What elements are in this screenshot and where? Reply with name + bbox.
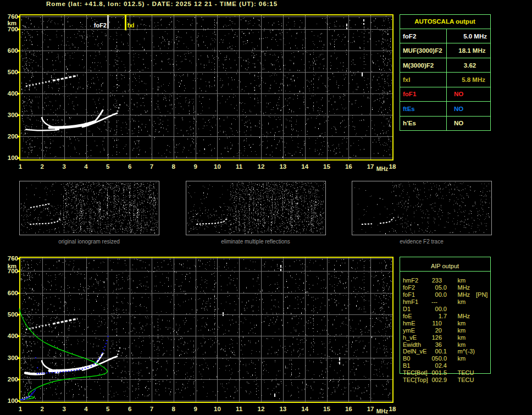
svg-text:NO: NO (454, 91, 463, 97)
svg-text:MHz: MHz (376, 165, 389, 172)
svg-text:ymE: ymE (403, 327, 415, 334)
svg-text:17: 17 (367, 163, 374, 170)
svg-text:126: 126 (432, 334, 442, 341)
svg-text:fxI: fxI (403, 76, 410, 83)
svg-text:10: 10 (214, 163, 221, 170)
svg-text:hmF2: hmF2 (403, 277, 418, 284)
svg-text:2: 2 (41, 406, 44, 412)
svg-text:6: 6 (128, 406, 131, 412)
svg-text:3: 3 (62, 163, 65, 170)
svg-text:foF2: foF2 (403, 284, 415, 291)
svg-text:foF1: foF1 (403, 291, 415, 298)
svg-text:M(3000)F2: M(3000)F2 (403, 62, 434, 69)
svg-text:foE: foE (403, 313, 412, 319)
svg-text:20: 20 (435, 327, 442, 334)
svg-text:15: 15 (323, 406, 330, 412)
svg-text:TECU: TECU (458, 369, 474, 376)
svg-text:760: 760 (8, 13, 18, 20)
svg-text:evidence F2 trace: evidence F2 trace (400, 239, 444, 245)
svg-text:1: 1 (19, 163, 23, 170)
svg-text:m^(-3): m^(-3) (458, 348, 475, 355)
svg-text:500: 500 (8, 311, 18, 318)
svg-text:km: km (458, 327, 466, 334)
svg-text:fxI: fxI (128, 22, 135, 29)
svg-text:NO: NO (454, 106, 463, 112)
svg-text:hmE: hmE (403, 320, 415, 327)
svg-text:233: 233 (432, 277, 442, 284)
svg-text:km: km (7, 20, 16, 26)
svg-text:ftEs: ftEs (403, 106, 415, 112)
svg-text:100: 100 (8, 397, 18, 404)
svg-text:1: 1 (19, 406, 23, 412)
svg-text:4: 4 (84, 163, 88, 170)
svg-text:600: 600 (8, 290, 18, 296)
svg-text:DelN_vE: DelN_vE (403, 348, 426, 355)
svg-text:9: 9 (193, 406, 197, 412)
svg-text:1.7: 1.7 (439, 313, 447, 319)
svg-text:D1: D1 (403, 306, 411, 312)
svg-text:9: 9 (193, 163, 197, 170)
svg-text:300: 300 (8, 112, 18, 118)
svg-text:500: 500 (8, 69, 18, 75)
svg-text:[PN]: [PN] (476, 291, 487, 298)
svg-text:760: 760 (8, 255, 18, 262)
svg-text:NO: NO (454, 120, 463, 126)
svg-text:02.4: 02.4 (435, 362, 447, 369)
svg-text:km: km (7, 263, 16, 269)
svg-text:100: 100 (8, 154, 18, 161)
svg-text:TECU: TECU (458, 377, 474, 383)
svg-text:5.0 MHz: 5.0 MHz (463, 33, 487, 40)
svg-text:3.62: 3.62 (464, 62, 476, 69)
svg-text:14: 14 (301, 163, 308, 170)
svg-text:18: 18 (389, 406, 396, 412)
svg-text:11: 11 (236, 406, 243, 412)
svg-text:12: 12 (258, 406, 265, 412)
svg-text:MUF(3000)F2: MUF(3000)F2 (403, 47, 442, 54)
svg-text:15: 15 (323, 163, 330, 170)
svg-text:original ionogram resized: original ionogram resized (58, 239, 120, 245)
svg-text:10: 10 (214, 406, 221, 412)
svg-text:h_vE: h_vE (403, 334, 417, 341)
svg-text:8: 8 (171, 163, 175, 170)
svg-text:18.1 MHz: 18.1 MHz (458, 47, 485, 54)
svg-text:7: 7 (150, 163, 153, 170)
svg-text:700: 700 (8, 26, 18, 32)
svg-text:8: 8 (171, 406, 175, 412)
svg-text:MHz: MHz (458, 291, 470, 298)
svg-text:5.8 MHz: 5.8 MHz (462, 76, 485, 83)
svg-text:AIP output: AIP output (431, 263, 459, 269)
svg-text:km: km (458, 341, 466, 348)
svg-text:13: 13 (279, 163, 286, 170)
svg-text:AUTOSCALA output: AUTOSCALA output (414, 18, 475, 25)
svg-text:km: km (458, 298, 466, 305)
svg-text:Rome (lat: +41.8, lon: 012.5): Rome (lat: +41.8, lon: 012.5) - DATE: 20… (46, 1, 278, 7)
svg-text:6: 6 (128, 163, 131, 170)
svg-text:4: 4 (84, 406, 88, 412)
svg-text:17: 17 (367, 406, 374, 412)
svg-text:B1: B1 (403, 362, 410, 369)
svg-text:400: 400 (8, 333, 18, 339)
svg-text:5: 5 (106, 406, 110, 412)
svg-text:16: 16 (345, 163, 352, 170)
svg-text:7: 7 (150, 406, 153, 412)
svg-text:002.9: 002.9 (431, 377, 447, 383)
svg-text:TEC[Top]: TEC[Top] (403, 377, 428, 383)
svg-text:001.5: 001.5 (431, 369, 447, 376)
svg-text:600: 600 (8, 47, 18, 54)
svg-text:km: km (458, 355, 466, 362)
svg-text:13: 13 (279, 406, 286, 412)
svg-text:MHz: MHz (376, 408, 389, 414)
svg-text:km: km (458, 277, 466, 284)
svg-text:200: 200 (8, 133, 18, 140)
svg-text:km: km (458, 334, 466, 341)
svg-text:MHz: MHz (458, 313, 470, 319)
svg-text:Ewidth: Ewidth (403, 341, 421, 348)
svg-text:00.0: 00.0 (435, 306, 447, 312)
svg-text:eliminate multiple reflections: eliminate multiple reflections (221, 239, 290, 245)
svg-text:3: 3 (62, 406, 65, 412)
svg-text:hmF1: hmF1 (403, 298, 418, 305)
svg-text:16: 16 (345, 406, 352, 412)
svg-text:foF1: foF1 (403, 91, 417, 97)
svg-text:h'Es: h'Es (403, 120, 416, 126)
svg-text:foF2: foF2 (94, 22, 107, 29)
